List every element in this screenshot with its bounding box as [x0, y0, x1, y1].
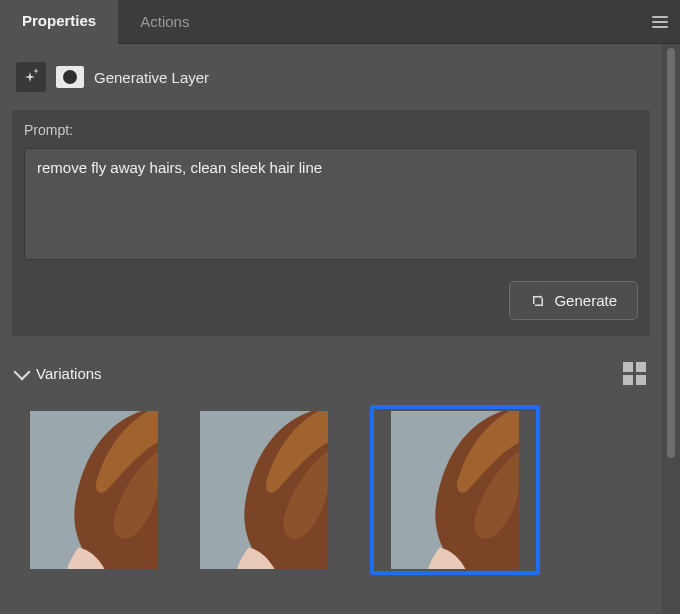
- variation-thumbnail-1[interactable]: [30, 411, 158, 569]
- generate-button[interactable]: Generate: [509, 281, 638, 320]
- panel-menu-icon[interactable]: [640, 0, 680, 43]
- generate-icon: [530, 293, 546, 309]
- properties-panel-content: Generative Layer Prompt: Generate: [0, 44, 662, 614]
- prompt-input[interactable]: [24, 148, 638, 260]
- prompt-label: Prompt:: [24, 122, 638, 138]
- grid-view-icon[interactable]: [623, 362, 646, 385]
- tab-properties[interactable]: Properties: [0, 0, 118, 44]
- variations-header[interactable]: Variations: [16, 362, 646, 385]
- panel-scrollbar[interactable]: [662, 44, 680, 614]
- generative-sparkle-icon: [16, 62, 46, 92]
- generate-button-label: Generate: [554, 292, 617, 309]
- variation-thumbnail-2[interactable]: [200, 411, 328, 569]
- variation-thumbnail-3[interactable]: [370, 405, 540, 575]
- variations-thumbnails: [12, 403, 650, 583]
- panel-tabbar: Properties Actions: [0, 0, 680, 44]
- tab-actions[interactable]: Actions: [118, 0, 211, 43]
- variations-title: Variations: [36, 365, 102, 382]
- layer-header: Generative Layer: [12, 54, 650, 110]
- scrollbar-thumb[interactable]: [667, 48, 675, 458]
- prompt-section: Prompt: Generate: [12, 110, 650, 336]
- layer-mask-icon[interactable]: [56, 66, 84, 88]
- chevron-down-icon: [14, 363, 31, 380]
- layer-type-label: Generative Layer: [94, 69, 209, 86]
